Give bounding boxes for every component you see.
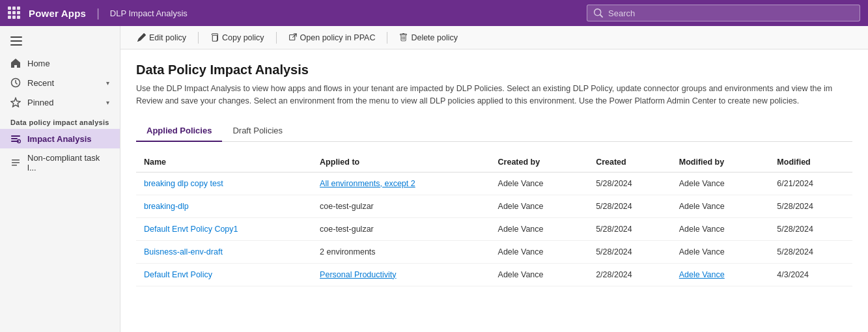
policy-name-link[interactable]: Buisness-all-env-draft	[144, 247, 223, 256]
clock-icon	[10, 77, 21, 88]
impact-icon	[10, 133, 21, 144]
open-icon	[288, 33, 297, 42]
cell-created: 5/28/2024	[588, 217, 671, 240]
cell-created-by: Adele Vance	[490, 263, 589, 286]
col-header-created: Created	[588, 152, 671, 173]
cell-applied-to: coe-test-gulzar	[312, 195, 490, 217]
policy-name-link[interactable]: breaking dlp copy test	[144, 179, 223, 188]
open-ppac-label: Open policy in PPAC	[300, 33, 376, 42]
sidebar-pinned-label: Pinned	[27, 98, 100, 107]
cell-modified-by: Adele Vance	[671, 263, 770, 286]
cell-applied-to: 2 environments	[312, 240, 490, 263]
sidebar: Home Recent ▾ Pinned ▾ Data policy impac…	[0, 26, 120, 332]
app-launcher-icon[interactable]	[8, 7, 21, 20]
sidebar-item-recent[interactable]: Recent ▾	[0, 73, 120, 92]
home-icon	[10, 58, 21, 68]
description-text-1: Use the DLP Impact Analysis to view how …	[136, 84, 832, 93]
cell-modified: 5/28/2024	[769, 195, 852, 217]
svg-rect-2	[11, 135, 20, 137]
table-row: breaking-dlpcoe-test-gulzarAdele Vance5/…	[136, 195, 852, 217]
svg-rect-3	[11, 138, 18, 139]
toolbar-divider-1	[198, 32, 199, 44]
svg-rect-7	[12, 162, 20, 163]
cell-policy-name: Buisness-all-env-draft	[136, 240, 312, 263]
edit-policy-label: Edit policy	[149, 33, 186, 42]
col-header-modified-by: Modified by	[671, 152, 770, 173]
policy-tabs: Applied Policies Draft Policies	[136, 120, 852, 142]
cell-modified: 4/3/2024	[769, 263, 852, 286]
body-layout: Home Recent ▾ Pinned ▾ Data policy impac…	[0, 26, 868, 332]
applied-to-link[interactable]: Personal Productivity	[320, 270, 396, 279]
delete-policy-button[interactable]: Delete policy	[393, 31, 464, 45]
cell-policy-name: breaking dlp copy test	[136, 172, 312, 195]
open-ppac-button[interactable]: Open policy in PPAC	[282, 31, 382, 45]
search-icon	[594, 8, 603, 18]
policy-name-link[interactable]: Default Envt Policy	[144, 270, 212, 279]
svg-rect-6	[12, 159, 20, 161]
sidebar-item-non-compliant[interactable]: Non-compliant task l...	[0, 148, 120, 177]
cell-applied-to: coe-test-gulzar	[312, 217, 490, 240]
toolbar-divider-2	[276, 32, 277, 44]
table-row: Default Envt Policy Copy1coe-test-gulzar…	[136, 217, 852, 240]
main-wrapper: Edit policy Copy policy Open policy in P…	[120, 26, 868, 332]
delete-policy-label: Delete policy	[411, 33, 458, 42]
policy-name-link[interactable]: Default Envt Policy Copy1	[144, 225, 238, 234]
brand-name: Power Apps	[29, 8, 86, 19]
cell-modified: 5/28/2024	[769, 240, 852, 263]
toolbar: Edit policy Copy policy Open policy in P…	[120, 26, 868, 49]
sidebar-item-impact-analysis[interactable]: Impact Analysis	[0, 129, 120, 148]
tab-draft-policies[interactable]: Draft Policies	[222, 120, 293, 142]
cell-applied-to: All environments, except 2	[312, 172, 490, 195]
cell-created-by: Adele Vance	[490, 240, 589, 263]
cell-policy-name: Default Envt Policy	[136, 263, 312, 286]
cell-modified: 6/21/2024	[769, 172, 852, 195]
col-header-created-by: Created by	[490, 152, 589, 173]
cell-created: 5/28/2024	[588, 172, 671, 195]
cell-modified-by: Adele Vance	[671, 195, 770, 217]
cell-created: 5/28/2024	[588, 195, 671, 217]
recent-chevron-icon: ▾	[106, 79, 109, 87]
top-navigation: Power Apps | DLP Impact Analysis	[0, 0, 868, 26]
policy-name-link[interactable]: breaking-dlp	[144, 202, 189, 211]
table-row: Default Envt PolicyPersonal Productivity…	[136, 263, 852, 286]
col-header-applied-to: Applied to	[312, 152, 490, 173]
sidebar-item-pinned[interactable]: Pinned ▾	[0, 92, 120, 112]
copy-icon	[210, 33, 219, 42]
copy-policy-label: Copy policy	[222, 33, 264, 42]
policy-table: Name Applied to Created by Created Modif…	[136, 152, 852, 286]
cell-modified: 5/28/2024	[769, 217, 852, 240]
svg-rect-8	[12, 165, 17, 166]
cell-policy-name: breaking-dlp	[136, 195, 312, 217]
sidebar-noncompliant-label: Non-compliant task l...	[27, 153, 109, 173]
table-row: breaking dlp copy testAll environments, …	[136, 172, 852, 195]
description-text-2: Review and save your changes. Select an …	[136, 96, 799, 105]
table-row: Buisness-all-env-draft2 environmentsAdel…	[136, 240, 852, 263]
cell-created-by: Adele Vance	[490, 195, 589, 217]
search-input[interactable]	[608, 8, 853, 18]
cell-modified-by: Adele Vance	[671, 172, 770, 195]
cell-policy-name: Default Envt Policy Copy1	[136, 217, 312, 240]
cell-modified-by: Adele Vance	[671, 217, 770, 240]
sidebar-section-label: Data policy impact analysis	[0, 112, 120, 129]
page-title: Data Policy Impact Analysis	[136, 62, 852, 77]
edit-policy-button[interactable]: Edit policy	[131, 31, 193, 45]
star-icon	[10, 97, 21, 107]
hamburger-button[interactable]	[0, 31, 120, 51]
main-content: Data Policy Impact Analysis Use the DLP …	[120, 49, 868, 332]
cell-created: 2/28/2024	[588, 263, 671, 286]
sidebar-item-home[interactable]: Home	[0, 53, 120, 73]
col-header-modified: Modified	[769, 152, 852, 173]
cell-created: 5/28/2024	[588, 240, 671, 263]
tab-applied-policies[interactable]: Applied Policies	[136, 120, 222, 142]
svg-marker-1	[11, 98, 20, 107]
page-breadcrumb: DLP Impact Analysis	[110, 8, 188, 18]
cell-applied-to: Personal Productivity	[312, 263, 490, 286]
applied-to-link[interactable]: All environments, except 2	[320, 179, 415, 188]
sidebar-home-label: Home	[27, 59, 109, 68]
cell-created-by: Adele Vance	[490, 172, 589, 195]
modified-by-link[interactable]: Adele Vance	[679, 270, 725, 279]
copy-policy-button[interactable]: Copy policy	[204, 31, 271, 45]
col-header-name: Name	[136, 152, 312, 173]
sidebar-recent-label: Recent	[27, 78, 100, 88]
search-box[interactable]	[587, 5, 860, 21]
